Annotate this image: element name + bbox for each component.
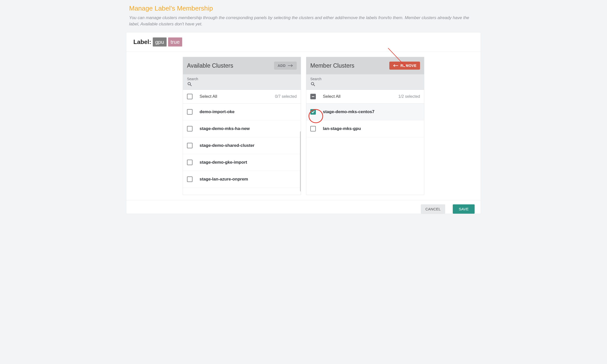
available-select-all-label: Select All xyxy=(200,94,217,99)
available-select-all-row: Select All 0/7 selected xyxy=(183,90,301,104)
list-item[interactable]: demo-import-oke xyxy=(183,104,301,120)
label-key-chip: gpu xyxy=(153,37,167,47)
membership-card: Label: gpu true Available Clusters ADD xyxy=(126,32,481,214)
svg-line-0 xyxy=(388,48,406,67)
add-button-label: ADD xyxy=(278,64,286,68)
list-item[interactable]: lan-stage-mks-gpu xyxy=(306,120,424,137)
member-search-label: Search xyxy=(310,77,420,81)
item-checkbox[interactable] xyxy=(187,143,193,148)
arrow-right-icon xyxy=(288,64,293,67)
item-name: stage-demo-shared-cluster xyxy=(200,143,254,148)
available-panel-header: Available Clusters ADD xyxy=(183,57,301,74)
member-list: stage-demo-mks-centos7lan-stage-mks-gpu xyxy=(306,104,424,195)
item-name: stage-demo-gke-import xyxy=(200,160,247,165)
panels-row: Available Clusters ADD Search xyxy=(126,52,481,200)
add-button[interactable]: ADD xyxy=(274,62,297,70)
available-list: demo-import-okestage-demo-mks-ha-newstag… xyxy=(183,104,301,195)
item-name: stage-lan-azure-onprem xyxy=(200,177,248,182)
member-selected-count: 1/2 selected xyxy=(398,94,420,99)
item-name: demo-import-oke xyxy=(200,109,235,114)
item-checkbox[interactable] xyxy=(187,160,193,165)
list-item[interactable]: stage-demo-mks-ha-new xyxy=(183,120,301,137)
cancel-button[interactable]: CANCEL xyxy=(421,204,445,214)
annotation-arrow xyxy=(386,48,411,71)
label-prefix: Label: xyxy=(133,38,151,46)
list-item[interactable]: stage-lan-azure-onprem xyxy=(183,171,301,188)
available-clusters-panel: Available Clusters ADD Search xyxy=(183,57,301,195)
item-checkbox[interactable] xyxy=(310,126,316,131)
svg-rect-4 xyxy=(312,96,314,97)
item-checkbox[interactable] xyxy=(187,126,193,131)
scrollbar[interactable] xyxy=(300,131,301,192)
item-checkbox[interactable] xyxy=(187,176,193,182)
member-select-all-checkbox[interactable] xyxy=(310,94,316,99)
member-search-box[interactable]: Search xyxy=(306,74,424,90)
item-checkbox[interactable] xyxy=(187,109,193,115)
available-selected-count: 0/7 selected xyxy=(275,94,297,99)
member-select-all-row: Select All 1/2 selected xyxy=(306,90,424,104)
available-search-box[interactable]: Search xyxy=(183,74,301,90)
label-value-chip: true xyxy=(168,37,182,47)
list-item[interactable]: stage-demo-gke-import xyxy=(183,154,301,171)
item-checkbox[interactable] xyxy=(310,109,316,115)
item-name: stage-demo-mks-ha-new xyxy=(200,126,250,131)
page-description: You can manage clusters membership throu… xyxy=(129,15,478,27)
search-icon xyxy=(187,81,297,88)
member-clusters-panel: Member Clusters REMOVE Search xyxy=(306,57,424,195)
available-search-label: Search xyxy=(187,77,297,81)
member-panel-title: Member Clusters xyxy=(310,62,354,69)
save-button[interactable]: SAVE xyxy=(453,204,475,214)
available-panel-title: Available Clusters xyxy=(187,62,233,69)
search-icon xyxy=(310,81,420,88)
item-name: stage-demo-mks-centos7 xyxy=(323,109,374,114)
page-title: Manage Label's Membership xyxy=(129,5,478,12)
footer-actions: CANCEL SAVE xyxy=(126,200,481,214)
list-item[interactable]: stage-demo-shared-cluster xyxy=(183,137,301,154)
label-bar: Label: gpu true xyxy=(126,32,481,52)
list-item[interactable]: stage-demo-mks-centos7 xyxy=(306,104,424,120)
available-select-all-checkbox[interactable] xyxy=(187,94,193,99)
item-name: lan-stage-mks-gpu xyxy=(323,126,361,131)
member-select-all-label: Select All xyxy=(323,94,340,99)
